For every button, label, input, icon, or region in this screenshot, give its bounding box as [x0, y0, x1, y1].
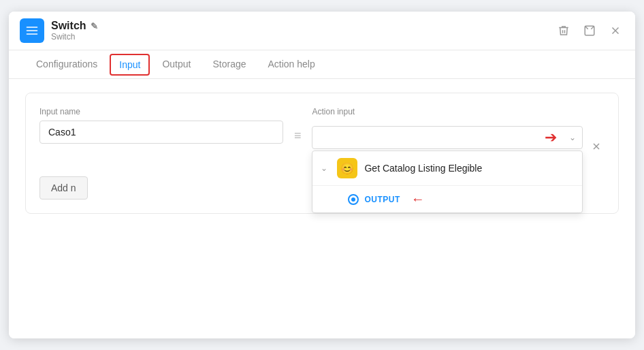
tab-configurations[interactable]: Configurations [25, 50, 108, 79]
edit-icon[interactable]: ✎ [91, 21, 98, 31]
app-icon [20, 18, 44, 43]
output-icon [348, 194, 359, 205]
action-input-group: Action input ➔ ⌄ ⌄ 😊 [312, 107, 605, 155]
action-dropdown-menu: ⌄ 😊 Get Catalog Listing Elegible OUTPUT … [312, 150, 583, 213]
input-name-group: Input name [39, 107, 283, 144]
svg-rect-0 [27, 27, 38, 28]
expand-icon [583, 25, 596, 37]
add-new-label: Add n [51, 182, 76, 193]
drag-handle: ≡ [294, 107, 302, 143]
tab-action-help[interactable]: Action help [257, 50, 326, 79]
content-area: Input name ≡ Action input ➔ ⌄ [9, 79, 635, 338]
form-row: Input name ≡ Action input ➔ ⌄ [39, 107, 605, 155]
red-arrow-left: ← [411, 191, 425, 207]
tab-storage[interactable]: Storage [202, 50, 257, 79]
action-input-label: Action input [312, 107, 605, 116]
switch-icon [25, 24, 39, 37]
remove-icon [591, 141, 602, 152]
dropdown-sub-item[interactable]: OUTPUT ← [312, 185, 582, 212]
input-name-field[interactable] [39, 121, 283, 144]
header-actions [555, 22, 624, 39]
svg-rect-2 [27, 33, 38, 35]
header-title: Switch ✎ [51, 20, 98, 32]
delete-icon [558, 25, 570, 37]
form-section: Input name ≡ Action input ➔ ⌄ [25, 93, 619, 214]
action-select-wrapper: ➔ ⌄ ⌄ 😊 Get Catalog Listing Elegible [312, 126, 583, 149]
title-text: Switch [51, 20, 86, 32]
tab-input[interactable]: Input [110, 54, 150, 76]
header: Switch ✎ Switch [9, 12, 635, 50]
dropdown-item-label: Get Catalog Listing Elegible [364, 163, 482, 174]
drag-icon: ≡ [294, 129, 302, 143]
dropdown-item-icon: 😊 [337, 158, 357, 178]
close-icon [609, 25, 622, 37]
input-name-label: Input name [39, 107, 283, 116]
header-subtitle: Switch [51, 32, 98, 42]
dropdown-item-chevron: ⌄ [321, 163, 327, 173]
dropdown-item[interactable]: ⌄ 😊 Get Catalog Listing Elegible [312, 151, 582, 185]
delete-button[interactable] [555, 22, 573, 39]
output-label: OUTPUT [364, 195, 400, 204]
tab-bar: Configurations Input Output Storage Acti… [9, 50, 635, 79]
svg-rect-1 [27, 30, 38, 31]
main-window: Switch ✎ Switch [9, 12, 635, 338]
add-new-button[interactable]: Add n [39, 176, 88, 200]
action-input-field[interactable] [312, 126, 583, 149]
header-titles: Switch ✎ Switch [51, 20, 98, 42]
action-input-row: ➔ ⌄ ⌄ 😊 Get Catalog Listing Elegible [312, 121, 605, 155]
tab-output[interactable]: Output [151, 50, 202, 79]
remove-input-button[interactable] [588, 138, 605, 155]
close-button[interactable] [607, 22, 624, 39]
expand-button[interactable] [581, 22, 598, 39]
